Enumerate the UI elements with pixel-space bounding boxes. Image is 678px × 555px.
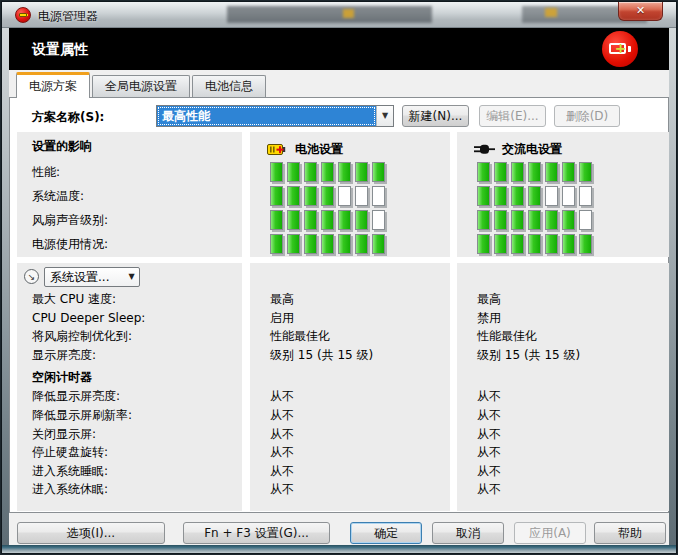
- bar-cell: [270, 210, 283, 230]
- chevron-down-icon[interactable]: ▼: [376, 106, 393, 126]
- setting-battery-value: 最高: [250, 290, 450, 309]
- dialog-header-band: 设置属性 +: [9, 28, 669, 70]
- setting-ac-value: 级别 15 (共 15 级): [457, 346, 669, 365]
- bar-cell: [372, 210, 385, 230]
- window-frame-right: [669, 28, 676, 546]
- system-settings-selected-value: 系统设置...: [45, 268, 124, 286]
- close-button[interactable]: ✕: [618, 2, 663, 21]
- tabs: 电源方案全局电源设置电池信息: [9, 70, 669, 97]
- bar-cell: [355, 210, 368, 230]
- setting-battery-value: 从不: [250, 443, 450, 462]
- ac-settings-header: 交流电设置: [502, 141, 562, 158]
- ok-button[interactable]: 确定: [350, 522, 422, 544]
- bar-cell: [511, 186, 524, 206]
- scheme-name-label: 方案名称(S):: [32, 109, 104, 126]
- setting-ac-value: 禁用: [457, 309, 669, 328]
- window-frame-bottom: [2, 545, 676, 553]
- system-battery-values: 最高启用性能最佳化级别 15 (共 15 级)从不从不从不从不从不从不: [250, 290, 450, 499]
- setting-ac-value: 最高: [457, 290, 669, 309]
- setting-battery-value: 从不: [250, 425, 450, 444]
- bar-cell: [528, 162, 541, 182]
- setting-row-label: CPU Deeper Sleep:: [17, 309, 242, 328]
- new-scheme-button[interactable]: 新建(N)...: [402, 105, 469, 127]
- bar-cell: [338, 234, 351, 254]
- setting-battery-value: 级别 15 (共 15 级): [250, 346, 450, 365]
- power-manager-dialog: 电源管理器 ✕ 设置属性 + 电源方案全局电源设置电池信息 方案名称(S): 最…: [0, 0, 678, 555]
- bar-cell: [355, 186, 368, 206]
- bar-cell: [355, 162, 368, 182]
- bar-meter: [457, 208, 669, 232]
- tab-page-power-plan: 方案名称(S): 最高性能 ▼ 新建(N)... 编辑(E)... 删除(D) …: [9, 97, 669, 513]
- effects-title: 设置的影响: [17, 132, 242, 160]
- setting-ac-value: 性能最佳化: [457, 327, 669, 346]
- bar-cell: [304, 186, 317, 206]
- tab-battery-info[interactable]: 电池信息: [192, 75, 266, 97]
- bar-cell: [545, 234, 558, 254]
- app-battery-icon: [15, 7, 31, 23]
- effects-labels: 性能:系统温度:风扇声音级别:电源使用情况:: [17, 160, 242, 256]
- bar-cell: [477, 162, 490, 182]
- bar-cell: [528, 234, 541, 254]
- bar-cell: [304, 234, 317, 254]
- bar-cell: [511, 234, 524, 254]
- cancel-button[interactable]: 取消: [432, 522, 504, 544]
- tab-power-plan[interactable]: 电源方案: [16, 72, 90, 98]
- dialog-content: 设置属性 + 电源方案全局电源设置电池信息 方案名称(S): 最高性能 ▼ 新建…: [9, 28, 669, 545]
- bar-cell: [372, 234, 385, 254]
- bar-cell: [511, 162, 524, 182]
- setting-battery-value: 从不: [250, 387, 450, 406]
- system-settings-select[interactable]: 系统设置... ▼: [44, 267, 140, 287]
- options-button[interactable]: 选项(I)...: [17, 522, 165, 544]
- bar-cell: [321, 210, 334, 230]
- effect-row-label: 风扇声音级别:: [17, 208, 242, 232]
- bar-cell: [270, 186, 283, 206]
- titlebar-background-bleed: [545, 8, 557, 17]
- bar-cell: [338, 186, 351, 206]
- setting-row-label: 显示屏亮度:: [17, 346, 242, 365]
- bar-cell: [545, 162, 558, 182]
- setting-ac-value: 从不: [457, 406, 669, 425]
- ac-plug-icon: [474, 143, 495, 156]
- chevron-down-icon[interactable]: ▼: [124, 268, 139, 286]
- system-labels: 最大 CPU 速度:CPU Deeper Sleep:将风扇控制优化到:显示屏亮…: [17, 290, 242, 499]
- bar-cell: [477, 234, 490, 254]
- window-frame-left: [2, 28, 9, 546]
- setting-ac-value: 从不: [457, 425, 669, 444]
- effect-row-label: 性能:: [17, 160, 242, 184]
- setting-row-label: 进入系统休眠:: [17, 480, 242, 499]
- titlebar[interactable]: 电源管理器 ✕: [2, 2, 676, 28]
- setting-row-label: 最大 CPU 速度:: [17, 290, 242, 309]
- help-button[interactable]: 帮助: [594, 522, 666, 544]
- tab-global-power-settings[interactable]: 全局电源设置: [92, 75, 190, 97]
- scheme-name-select[interactable]: 最高性能 ▼: [156, 105, 394, 127]
- window-title: 电源管理器: [38, 8, 98, 25]
- system-ac-values-panel: 最高禁用性能最佳化级别 15 (共 15 级)从不从不从不从不从不从不: [457, 263, 669, 511]
- bar-meter: [250, 184, 450, 208]
- setting-row-label: 将风扇控制优化到:: [17, 327, 242, 346]
- bar-cell: [270, 162, 283, 182]
- expand-icon[interactable]: ↘: [24, 269, 39, 284]
- bar-cell: [287, 210, 300, 230]
- bar-cell: [579, 162, 592, 182]
- bar-cell: [270, 234, 283, 254]
- delete-scheme-button: 删除(D): [554, 105, 620, 127]
- bar-cell: [287, 186, 300, 206]
- system-settings-section: ↘ 系统设置... ▼ 最大 CPU 速度:CPU Deeper Sleep:将…: [17, 263, 665, 511]
- system-battery-values-panel: 最高启用性能最佳化级别 15 (共 15 级)从不从不从不从不从不从不: [250, 263, 450, 511]
- fn-f3-settings-button[interactable]: Fn + F3 设置(G)...: [183, 522, 330, 544]
- bar-cell: [304, 162, 317, 182]
- ac-settings-panel: 交流电设置: [457, 132, 669, 257]
- bar-cell: [494, 186, 507, 206]
- battery-bars: [250, 160, 450, 256]
- battery-settings-header: 电池设置: [295, 141, 343, 158]
- footer-button-row: 选项(I)... Fn + F3 设置(G)... 确定 取消 应用(A) 帮助: [9, 522, 669, 546]
- setting-battery-value: 启用: [250, 309, 450, 328]
- bar-cell: [545, 210, 558, 230]
- bar-cell: [562, 162, 575, 182]
- setting-battery-value: 从不: [250, 406, 450, 425]
- bar-cell: [494, 162, 507, 182]
- bar-cell: [372, 162, 385, 182]
- setting-row-label: 进入系统睡眠:: [17, 462, 242, 481]
- scheme-row: 方案名称(S): 最高性能 ▼ 新建(N)... 编辑(E)... 删除(D): [10, 105, 668, 129]
- setting-battery-value: 从不: [250, 462, 450, 481]
